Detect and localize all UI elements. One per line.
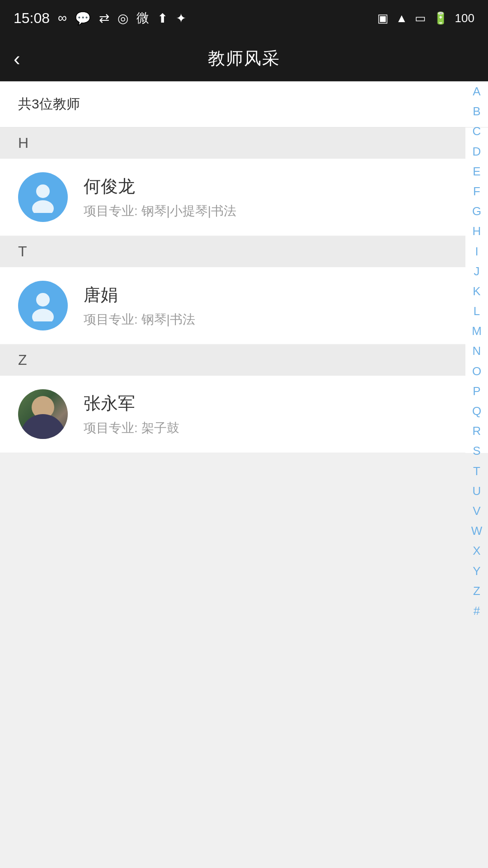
teacher-specialty-zhangyongjun: 项目专业: 架子鼓 (84, 420, 447, 437)
person-icon-tangjuan (27, 290, 59, 321)
alpha-letter-v[interactable]: V (465, 501, 488, 521)
avatar-tangjuan (18, 281, 68, 330)
section-header-z: Z (0, 344, 465, 376)
svg-point-2 (36, 293, 50, 307)
alpha-letter-c[interactable]: C (465, 121, 488, 141)
wifi-icon: ▲ (396, 11, 408, 25)
avatar-zhangyongjun (18, 389, 68, 439)
alpha-letter-i[interactable]: I (465, 241, 488, 261)
vibrate-icon: ▣ (377, 11, 389, 25)
avatar-hejunlong (18, 172, 68, 222)
page-title: 教师风采 (208, 47, 280, 70)
teacher-info-hejunlong: 何俊龙 项目专业: 钢琴|小提琴|书法 (84, 175, 447, 220)
teacher-name-zhangyongjun: 张永军 (84, 392, 447, 415)
alpha-letter-b[interactable]: B (465, 101, 488, 121)
alphabet-sidebar: ABCDEFGHIJKLMNOPQRSTUVWXYZ# (465, 81, 488, 621)
battery-level: 100 (455, 11, 474, 25)
svg-point-0 (36, 184, 50, 198)
search-icon: ◎ (117, 11, 128, 26)
alpha-letter-p[interactable]: P (465, 381, 488, 401)
message-icon: 💬 (75, 11, 91, 26)
teacher-count-text: 共3位教师 (18, 96, 80, 111)
alpha-letter-k[interactable]: K (465, 281, 488, 301)
status-time: 15:08 (14, 10, 50, 27)
svg-point-3 (32, 309, 54, 321)
alpha-letter-j[interactable]: J (465, 261, 488, 281)
upload-icon: ⬆ (157, 11, 168, 26)
alpha-letter-n[interactable]: N (465, 341, 488, 361)
teacher-name-hejunlong: 何俊龙 (84, 175, 447, 198)
teacher-item-hejunlong[interactable]: 何俊龙 项目专业: 钢琴|小提琴|书法 (0, 159, 465, 236)
alpha-letter-x[interactable]: X (465, 541, 488, 561)
nav-bar: ‹ 教师风采 (0, 36, 488, 81)
teacher-specialty-tangjuan: 项目专业: 钢琴|书法 (84, 311, 447, 328)
teacher-info-tangjuan: 唐娟 项目专业: 钢琴|书法 (84, 283, 447, 328)
alpha-letter-q[interactable]: Q (465, 401, 488, 421)
status-left: 15:08 ∞ 💬 ⇄ ◎ 微 ⬆ ✦ (14, 9, 186, 27)
status-bar: 15:08 ∞ 💬 ⇄ ◎ 微 ⬆ ✦ ▣ ▲ ▭ 🔋 100 (0, 0, 488, 36)
alpha-letter-g[interactable]: G (465, 201, 488, 221)
alpha-letter-a[interactable]: A (465, 81, 488, 101)
section-header-t: T (0, 236, 465, 267)
alpha-letter-w[interactable]: W (465, 521, 488, 541)
count-bar: 共3位教师 (0, 81, 488, 127)
alpha-letter-t[interactable]: T (465, 461, 488, 481)
bottom-area (0, 453, 488, 860)
status-right: ▣ ▲ ▭ 🔋 100 (377, 11, 474, 25)
teacher-specialty-hejunlong: 项目专业: 钢琴|小提琴|书法 (84, 203, 447, 220)
people-icon: ✦ (176, 11, 186, 26)
alpha-letter-d[interactable]: D (465, 142, 488, 161)
alpha-letter-e[interactable]: E (465, 161, 488, 181)
person-icon-hejunlong (27, 181, 59, 213)
teacher-list: H 何俊龙 项目专业: 钢琴|小提琴|书法 T 唐娟 项目专业: 钢琴|书法 Z (0, 127, 488, 453)
alpha-letter-l[interactable]: L (465, 301, 488, 321)
teacher-name-tangjuan: 唐娟 (84, 283, 447, 307)
alpha-letter-u[interactable]: U (465, 481, 488, 501)
alpha-letter-#[interactable]: # (465, 601, 488, 621)
alpha-letter-z[interactable]: Z (465, 581, 488, 601)
alpha-letter-y[interactable]: Y (465, 561, 488, 581)
teacher-info-zhangyongjun: 张永军 项目专业: 架子鼓 (84, 392, 447, 437)
alpha-letter-r[interactable]: R (465, 421, 488, 441)
alpha-letter-f[interactable]: F (465, 181, 488, 201)
teacher-item-tangjuan[interactable]: 唐娟 项目专业: 钢琴|书法 (0, 267, 465, 344)
screen-icon: ▭ (415, 11, 426, 25)
back-button[interactable]: ‹ (14, 49, 20, 69)
weibo-icon: 微 (136, 9, 149, 27)
teacher-item-zhangyongjun[interactable]: 张永军 项目专业: 架子鼓 (0, 376, 465, 453)
loop-icon: ∞ (58, 11, 67, 25)
alpha-letter-o[interactable]: O (465, 361, 488, 381)
battery-icon: 🔋 (433, 11, 448, 25)
section-header-h: H (0, 127, 465, 159)
alpha-letter-h[interactable]: H (465, 221, 488, 241)
alpha-letter-m[interactable]: M (465, 321, 488, 341)
alpha-letter-s[interactable]: S (465, 441, 488, 461)
svg-point-1 (32, 200, 54, 213)
usb-icon: ⇄ (99, 11, 109, 26)
